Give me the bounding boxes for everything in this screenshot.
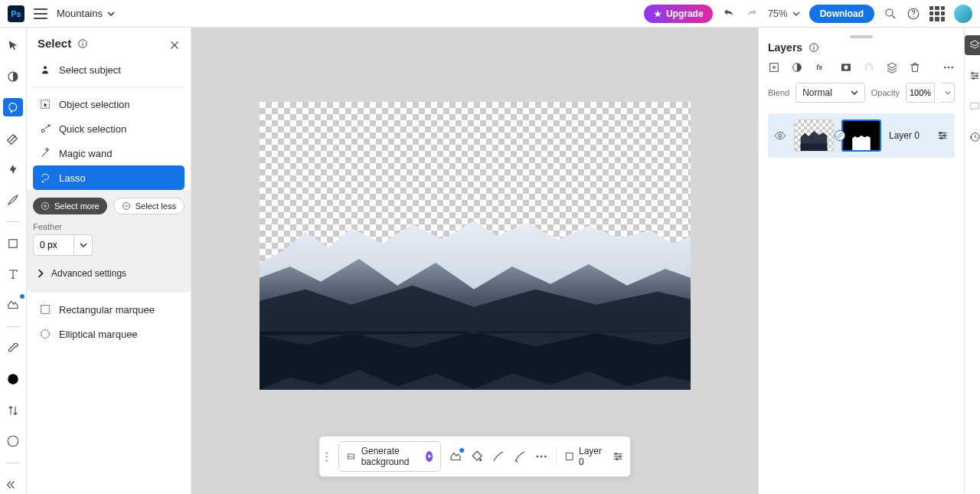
quick-selection-item[interactable]: Quick selection [33,116,185,141]
opacity-dropdown[interactable] [941,83,955,103]
layer-options-icon[interactable] [936,129,949,142]
move-tool[interactable] [3,37,23,55]
svg-point-32 [944,67,946,68]
svg-rect-14 [41,306,50,314]
elliptical-marquee-item[interactable]: Elliptical marquee [33,322,185,346]
eyedropper-tool[interactable] [3,339,23,358]
fill-button[interactable] [470,450,484,463]
type-tool[interactable] [3,265,23,283]
layers-menu-button[interactable] [942,61,955,74]
info-icon[interactable] [77,38,88,49]
info-icon[interactable] [808,42,819,53]
search-icon[interactable] [884,7,897,21]
select-tool[interactable] [3,98,23,116]
document-name-dropdown[interactable]: Mountains [57,8,115,19]
feather-dropdown[interactable] [74,234,93,256]
properties-tab-button[interactable] [965,66,980,86]
visibility-toggle[interactable] [774,129,786,142]
select-more-button[interactable]: Select more [33,198,107,214]
blend-mode-dropdown[interactable]: Normal [795,83,865,103]
opacity-label: Opacity [871,88,900,97]
wand-icon [39,147,51,159]
panel-grip[interactable] [850,35,873,38]
layer-settings-button[interactable] [612,450,624,463]
layer-thumbnail[interactable] [794,119,834,152]
image-icon [347,450,355,463]
adjustment-layer-button[interactable] [791,61,803,74]
document-name: Mountains [57,8,103,19]
advanced-settings-toggle[interactable]: Advanced settings [33,262,185,285]
feather-input[interactable] [33,234,74,256]
canvas-area[interactable]: Generate background ✦ Layer 0 [191,28,758,494]
rect-marquee-icon [39,303,51,316]
comments-tab-button[interactable] [965,97,980,116]
magic-wand-item[interactable]: Magic wand [33,141,185,165]
opacity-input[interactable] [906,83,935,103]
select-panel-title: Select [38,37,71,50]
redo-button[interactable] [745,7,759,21]
mask-button[interactable] [840,61,852,74]
object-selection-item[interactable]: Object selection [33,92,185,116]
heal-tool[interactable] [3,129,23,147]
hamburger-menu-icon[interactable] [34,8,47,19]
layer-row[interactable]: Layer 0 [768,113,955,158]
chevron-down-icon [945,90,951,96]
adjust-tool[interactable] [3,67,23,86]
layer-icon [564,450,574,463]
swap-colors[interactable] [3,401,23,420]
shape-tool[interactable] [3,234,23,253]
link-mask-icon[interactable] [835,130,845,141]
foreground-color[interactable] [3,370,23,388]
svg-point-6 [8,436,18,447]
background-color[interactable] [3,432,23,450]
delete-layer-button[interactable] [909,61,921,74]
select-less-button[interactable]: Select less [113,198,185,214]
ai-badge-icon: ✦ [426,451,433,462]
svg-point-34 [951,67,952,68]
quick-actions-tool[interactable] [3,160,23,178]
help-icon[interactable] [906,7,920,21]
brush-button[interactable] [492,450,505,463]
mask-thumbnail[interactable] [841,119,881,152]
feather-label: Feather [33,222,185,231]
svg-point-5 [8,375,18,385]
svg-point-18 [537,456,539,458]
select-subject-item[interactable]: Select subject [33,57,185,82]
zoom-dropdown[interactable]: 75% [768,8,800,19]
svg-point-33 [948,67,949,68]
fx-button[interactable]: fx [814,61,829,74]
photoshop-logo[interactable]: Ps [8,5,24,22]
history-tab-button[interactable] [965,127,980,147]
lasso-item[interactable]: Lasso [33,165,185,190]
star-icon [653,9,662,18]
undo-button[interactable] [722,7,736,21]
layer-name: Layer 0 [889,130,920,141]
image-tool[interactable] [3,296,23,314]
apps-grid-icon[interactable] [929,6,945,21]
object-select-icon [39,98,51,110]
svg-point-19 [541,456,543,458]
artboard[interactable] [260,102,691,390]
add-layer-button[interactable] [768,61,780,74]
more-options-button[interactable] [534,450,548,463]
generate-background-button[interactable]: Generate background ✦ [338,441,441,472]
group-button[interactable] [886,61,898,74]
svg-point-20 [544,456,547,458]
quick-select-icon [39,123,51,135]
svg-point-9 [44,66,47,69]
close-panel-button[interactable] [168,38,181,52]
erase-button[interactable] [513,450,527,463]
image-add-button[interactable] [449,450,462,463]
rectangular-marquee-item[interactable]: Rectangular marquee [33,297,185,322]
clip-button[interactable] [863,61,875,74]
collapse-toolbar[interactable] [3,476,23,494]
layers-tab-button[interactable] [965,35,980,55]
user-avatar[interactable] [954,5,972,23]
brush-tool[interactable] [3,191,23,209]
drag-handle-icon[interactable] [325,452,328,462]
chevron-down-icon [80,241,87,249]
svg-text:fx: fx [816,64,823,71]
download-button[interactable]: Download [809,5,874,23]
context-layer-indicator[interactable]: Layer 0 [564,446,604,467]
upgrade-button[interactable]: Upgrade [644,5,713,23]
